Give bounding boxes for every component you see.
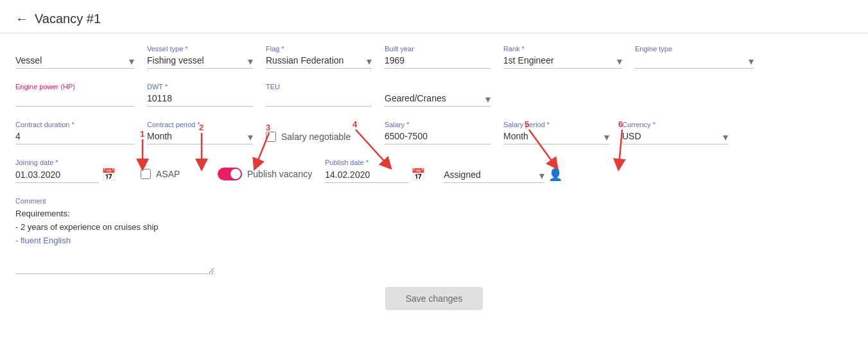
asap-field: ASAP [141,160,205,182]
contract-dur-label: Contract duration * [15,121,134,128]
header: ← Vacancy #1 [0,0,868,33]
asap-checkbox[interactable] [141,169,151,179]
asap-label[interactable]: ASAP [156,169,180,179]
salary-negotiable-field: Salary negotiable [266,123,372,144]
salary-field: Salary * [385,121,490,144]
publish-date-wrapper: 📅 [325,168,431,183]
comment-section: Comment Requirements: - 2 years of exper… [15,197,853,274]
joining-date-wrapper: 📅 [15,168,134,183]
form-area: Vessel ▾ Vessel type * Fishing vessel ▾ … [0,33,868,323]
dwt-input[interactable] [147,92,253,107]
page: ← Vacancy #1 Vessel ▾ Vessel type * Fi [0,0,868,348]
dwt-label: DWT * [147,83,253,91]
form-row-3: Contract duration * Contract period * Mo… [15,121,853,144]
flag-select-wrapper[interactable]: Russian Federation ▾ [266,54,372,69]
contract-per-label: Contract period * [147,121,253,128]
salary-per-field: Salary period * Month ▾ [503,121,609,144]
currency-field: Currency * USD ▾ [622,121,728,144]
dwt-field: DWT * [147,83,253,107]
teu-label: TEU [266,83,372,91]
comment-fluent-english: - fluent English [15,236,71,245]
salary-negotiable-checkbox[interactable] [266,132,276,142]
engine-type-field: Engine type ▾ [635,45,754,69]
salary-neg-spacer [266,123,372,130]
assigned-spacer [444,159,562,166]
publish-calendar-icon[interactable]: 📅 [411,168,425,183]
comment-textarea[interactable] [15,248,214,274]
asap-checkbox-wrapper[interactable]: ASAP [141,169,205,182]
engine-type-select[interactable] [635,54,754,68]
back-button[interactable]: ← [15,12,28,26]
teu-field: TEU [266,83,372,107]
salary-per-select-wrapper[interactable]: Month ▾ [503,130,609,144]
contract-per-select-wrapper[interactable]: Month ▾ [147,130,253,144]
geared-select[interactable]: Geared/Cranes [385,92,490,106]
contract-per-select[interactable]: Month [147,130,253,144]
save-changes-button[interactable]: Save changes [385,287,483,310]
contract-dur-input[interactable] [15,130,134,144]
salary-input[interactable] [385,130,490,144]
assigned-person-icon[interactable]: 👤 [548,168,562,183]
publish-date-input[interactable] [325,168,408,183]
currency-select-wrapper[interactable]: USD ▾ [622,130,728,144]
engine-type-select-wrapper[interactable]: ▾ [635,54,754,69]
vessel-field: Vessel ▾ [15,54,134,69]
save-btn-row: Save changes [15,287,853,310]
vessel-select[interactable]: Vessel [15,54,134,68]
joining-calendar-icon[interactable]: 📅 [101,168,116,183]
rank-label: Rank * [503,45,622,53]
rank-select-wrapper[interactable]: 1st Engineer ▾ [503,54,622,69]
publish-toggle-wrapper[interactable]: Publish vacancy [218,168,312,183]
comment-label: Comment [15,197,853,205]
form-row-4: Joining date * 📅 ASAP [15,159,853,183]
assigned-field: Assigned ▾ 👤 [444,159,562,183]
assigned-select-wrapper[interactable]: Assigned ▾ [444,168,544,183]
comment-text: Requirements: - 2 years of experience on… [15,207,853,247]
publish-toggle[interactable] [218,168,242,180]
vessel-type-field: Vessel type * Fishing vessel ▾ [147,45,253,69]
engine-type-label: Engine type [635,45,754,53]
currency-label: Currency * [622,121,728,128]
currency-select[interactable]: USD [622,130,728,144]
publish-vacancy-label: Publish vacancy [247,169,312,179]
asap-spacer [141,160,205,168]
joining-date-input[interactable] [15,168,99,183]
toggle-slider [218,168,242,180]
publish-vacancy-field: Publish vacancy [218,159,312,183]
geared-select-wrapper[interactable]: Geared/Cranes ▾ [385,92,490,107]
joining-date-field: Joining date * 📅 [15,159,134,183]
form-row-2: Engine power (HP) DWT * TEU Geared/Crane… [15,83,853,107]
salary-negotiable-label[interactable]: Salary negotiable [281,132,351,142]
salary-per-select[interactable]: Month [503,130,609,144]
geared-label [385,83,490,91]
assigned-wrapper: Assigned ▾ 👤 [444,168,562,183]
rank-select[interactable]: 1st Engineer [503,54,622,68]
engine-power-input[interactable] [15,92,134,107]
publish-spacer [218,159,312,166]
vessel-type-label: Vessel type * [147,45,253,53]
assigned-select[interactable]: Assigned [444,168,544,182]
flag-select[interactable]: Russian Federation [266,54,372,68]
vessel-type-select[interactable]: Fishing vessel [147,54,253,68]
salary-negotiable-checkbox-wrapper[interactable]: Salary negotiable [266,132,372,144]
built-year-input[interactable] [385,54,490,69]
salary-label: Salary * [385,121,490,128]
geared-field: Geared/Cranes ▾ [385,83,490,107]
publish-date-label: Publish date * [325,159,431,166]
built-year-field: Built year [385,45,490,69]
contract-per-field: Contract period * Month ▾ [147,121,253,144]
built-year-label: Built year [385,45,490,53]
joining-date-label: Joining date * [15,159,134,166]
rank-field: Rank * 1st Engineer ▾ [503,45,622,69]
vessel-type-select-wrapper[interactable]: Fishing vessel ▾ [147,54,253,69]
engine-power-label: Engine power (HP) [15,83,134,91]
flag-field: Flag * Russian Federation ▾ [266,45,372,69]
publish-date-field: Publish date * 📅 [325,159,431,183]
flag-label: Flag * [266,45,372,53]
vessel-select-wrapper[interactable]: Vessel ▾ [15,54,134,69]
salary-per-label: Salary period * [503,121,609,128]
contract-dur-field: Contract duration * [15,121,134,144]
engine-power-field: Engine power (HP) [15,83,134,107]
teu-input[interactable] [266,92,372,107]
form-row-1: Vessel ▾ Vessel type * Fishing vessel ▾ … [15,45,853,69]
